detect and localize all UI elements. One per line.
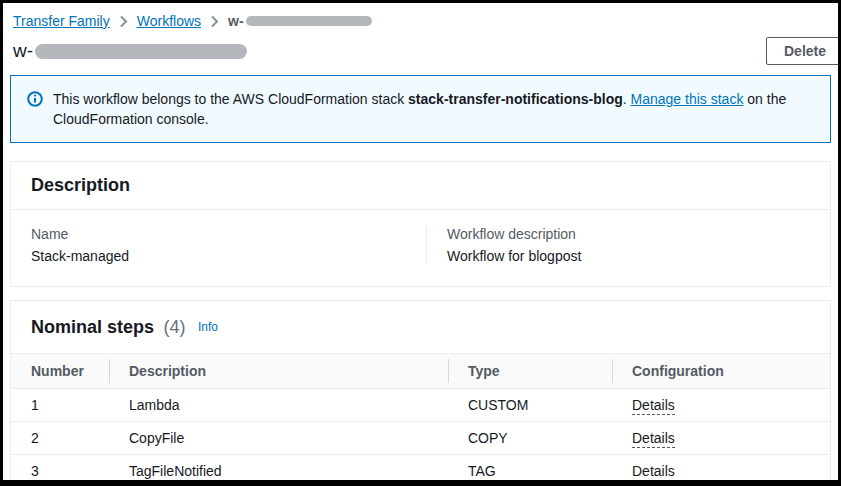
chevron-right-icon	[210, 15, 219, 28]
workflow-description-value: Workflow for blogpost	[447, 248, 810, 264]
info-circle-icon	[27, 91, 43, 112]
banner-stack-name: stack-transfer-notifications-blog	[408, 91, 623, 107]
banner-text-middle: .	[623, 91, 631, 107]
description-col-name: Name Stack-managed	[11, 226, 426, 264]
description-card-header: Description	[11, 162, 830, 210]
step-type: COPY	[448, 422, 612, 455]
redacted-workflow-id-title	[35, 44, 247, 59]
breadcrumb-workflows[interactable]: Workflows	[137, 13, 201, 29]
delete-button[interactable]: Delete	[766, 37, 841, 65]
step-type: CUSTOM	[448, 389, 612, 422]
page-title-prefix: w-	[13, 40, 33, 62]
redacted-workflow-id	[246, 16, 372, 26]
configuration-cell: Details	[612, 422, 830, 455]
col-header-configuration[interactable]: Configuration	[612, 354, 830, 389]
description-card: Description Name Stack-managed Workflow …	[10, 161, 831, 287]
breadcrumb-transfer-family[interactable]: Transfer Family	[13, 13, 110, 29]
step-type: TAG	[448, 455, 612, 486]
name-label: Name	[31, 226, 406, 242]
nominal-steps-title: Nominal steps	[31, 317, 154, 337]
step-description: CopyFile	[109, 422, 448, 455]
breadcrumb-current-prefix: w-	[228, 13, 244, 29]
step-description: TagFileNotified	[109, 455, 448, 486]
page-title: w-	[13, 40, 247, 62]
steps-table-header-row: Number Description Type Configuration	[11, 354, 830, 389]
col-header-description[interactable]: Description	[109, 354, 448, 389]
details-link[interactable]: Details	[632, 463, 675, 481]
col-header-number[interactable]: Number	[11, 354, 109, 389]
nominal-steps-count: (4)	[158, 317, 185, 337]
page-header: w- Delete	[10, 37, 831, 65]
description-title: Description	[31, 175, 130, 195]
table-row: 1LambdaCUSTOMDetails	[11, 389, 830, 422]
cloudformation-info-banner: This workflow belongs to the AWS CloudFo…	[10, 75, 831, 143]
description-body: Name Stack-managed Workflow description …	[11, 210, 830, 286]
banner-text-before: This workflow belongs to the AWS CloudFo…	[53, 91, 408, 107]
steps-table: Number Description Type Configuration 1L…	[11, 353, 830, 486]
step-description: Lambda	[109, 389, 448, 422]
configuration-cell: Details	[612, 455, 830, 486]
workflow-description-label: Workflow description	[447, 226, 810, 242]
chevron-right-icon	[119, 15, 128, 28]
step-number: 1	[11, 389, 109, 422]
col-header-type[interactable]: Type	[448, 354, 612, 389]
details-link[interactable]: Details	[632, 397, 675, 415]
description-col-workflow-description: Workflow description Workflow for blogpo…	[426, 226, 830, 264]
banner-message: This workflow belongs to the AWS CloudFo…	[53, 89, 814, 129]
configuration-cell: Details	[612, 389, 830, 422]
step-number: 2	[11, 422, 109, 455]
name-value: Stack-managed	[31, 248, 406, 264]
breadcrumb-current-workflow: w-	[228, 13, 372, 29]
workflow-detail-page: Transfer Family Workflows w- w- Delete	[3, 3, 838, 486]
nominal-steps-header: Nominal steps (4) Info	[11, 301, 830, 353]
manage-stack-link[interactable]: Manage this stack	[631, 91, 744, 107]
nominal-steps-card: Nominal steps (4) Info Number Descriptio…	[10, 300, 831, 486]
breadcrumb: Transfer Family Workflows w-	[10, 9, 831, 35]
step-number: 3	[11, 455, 109, 486]
info-link[interactable]: Info	[198, 320, 218, 334]
screenshot-frame: Transfer Family Workflows w- w- Delete	[0, 0, 841, 486]
details-link[interactable]: Details	[632, 430, 675, 448]
table-row: 3TagFileNotifiedTAGDetails	[11, 455, 830, 486]
table-row: 2CopyFileCOPYDetails	[11, 422, 830, 455]
